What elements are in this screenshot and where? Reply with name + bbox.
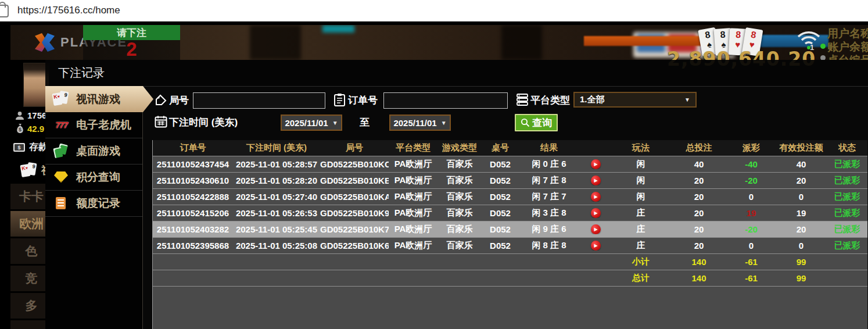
cell-bet-time: 2025-11-01 05:26:53 xyxy=(233,208,320,218)
card-rank: 8 xyxy=(704,30,711,40)
cell-result: 闲 3 庄 8 xyxy=(519,208,579,219)
cell-bet-time: 2025-11-01 05:27:40 xyxy=(233,192,320,202)
cell-payout: 0 xyxy=(728,192,774,202)
cell-game-type: 百家乐 xyxy=(437,240,482,251)
scene-light xyxy=(353,28,516,60)
browser-url-bar: https://175616.cc/home xyxy=(0,0,868,22)
cell-total-bet: 140 xyxy=(670,257,728,267)
query-button[interactable]: 查询 xyxy=(515,114,558,131)
table-row[interactable]: 2511010524152062025-11-01 05:26:53GD0522… xyxy=(153,205,867,221)
cell-total-bet: 20 xyxy=(670,224,728,234)
cell-result: 闲 9 庄 6 xyxy=(519,224,579,235)
chevron-down-icon: ▼ xyxy=(684,96,690,103)
table-row[interactable]: 2511010523958682025-11-01 05:25:08GD0522… xyxy=(153,237,867,253)
play-video-button[interactable]: ▶ xyxy=(591,192,601,202)
platform-filter-label: 平台类型 xyxy=(530,94,570,107)
padlock-icon xyxy=(0,5,9,17)
subtotal-label: 小计 xyxy=(612,256,670,267)
table-header-row: 订单号下注时间 (美东)局号平台类型游戏类型桌号结果玩法总投注派彩有效投注额状态 xyxy=(153,140,867,156)
cell-round-no: GD05225B010K6 xyxy=(320,241,389,251)
chevron-down-icon: ▼ xyxy=(332,120,338,126)
cell-payout: -40 xyxy=(728,159,774,169)
cell-payout: -61 xyxy=(728,257,774,267)
cell-table-no: D052 xyxy=(482,176,519,185)
cell-platform: PA欧洲厅 xyxy=(389,208,437,219)
cell-total-bet: 20 xyxy=(670,241,728,251)
column-header: 玩法 xyxy=(612,142,670,153)
date-to-value: 2025/11/01 xyxy=(393,118,436,128)
round-tag-icon xyxy=(155,94,167,106)
cards-icon: 9K♥ xyxy=(21,163,38,178)
sidebar-item-credit-doc[interactable]: 额度记录 xyxy=(45,191,142,217)
cell-result: 闲 0 庄 6 xyxy=(519,159,579,170)
cell-play-type: 闲 xyxy=(612,159,670,170)
play-video-button[interactable]: ▶ xyxy=(591,241,601,251)
sidebar-item-label: 积分查询 xyxy=(76,170,120,185)
cell-bet-time: 2025-11-01 05:25:45 xyxy=(233,224,320,234)
cell-game-type: 百家乐 xyxy=(437,175,482,186)
cell-valid-bet: 99 xyxy=(774,257,828,267)
cell-order-no: 251101052437454 xyxy=(153,159,233,169)
sidebar-item-label: 额度记录 xyxy=(76,196,120,211)
cell-total-bet: 40 xyxy=(670,159,728,169)
modal-title: 下注记录 xyxy=(45,60,868,87)
date-to-select[interactable]: 2025/11/01 ▼ xyxy=(389,115,451,131)
date-from-select[interactable]: 2025/11/01 ▼ xyxy=(281,115,342,131)
cell-table-no: D052 xyxy=(482,159,519,169)
cell-valid-bet: 19 xyxy=(774,208,828,218)
sidebar-item-video-cards[interactable]: 9K♥视讯游戏 xyxy=(45,86,153,112)
play-video-button[interactable]: ▶ xyxy=(591,224,601,234)
cell-status: 已派彩 xyxy=(828,159,866,170)
cell-bet-time: 2025-11-01 05:25:08 xyxy=(233,241,320,251)
card-rank: 8 xyxy=(750,30,756,40)
deposit-button[interactable]: $ 存款 xyxy=(13,141,48,153)
table-row[interactable]: 2511010524228882025-11-01 05:27:40GD0522… xyxy=(153,188,867,205)
subtotal-row: 小计140-6199 xyxy=(153,253,867,270)
play-video-button[interactable]: ▶ xyxy=(591,176,601,185)
cell-table-no: D052 xyxy=(482,241,519,251)
url-text[interactable]: https://175616.cc/home xyxy=(17,5,120,16)
bet-records-modal: 下注记录 9K♥视讯游戏777电子老虎机桌面游戏积分查询额度记录 局号 订单号 … xyxy=(45,60,868,329)
sidebar-item-points-gem[interactable]: 积分查询 xyxy=(45,164,142,191)
cell-round-no: GD05225B010K9 xyxy=(320,208,389,218)
table-row[interactable]: 2511010524306102025-11-01 05:28:20GD0522… xyxy=(153,172,867,188)
sidebar-item-table-games[interactable]: 桌面游戏 xyxy=(45,138,142,164)
slots-777-icon: 777 xyxy=(53,117,70,133)
sidebar-item-label: 视讯游戏 xyxy=(76,92,120,107)
column-header: 状态 xyxy=(828,142,866,153)
cell-platform: PA欧洲厅 xyxy=(389,240,437,251)
column-header: 游戏类型 xyxy=(437,142,482,153)
cell-valid-bet: 40 xyxy=(774,159,828,169)
play-icon: ▶ xyxy=(594,195,597,199)
cell-status: 已派彩 xyxy=(828,240,866,251)
cell-status: 已派彩 xyxy=(828,224,866,235)
cell-play: ▶ xyxy=(579,159,612,169)
user-balance: 42.9 xyxy=(27,124,44,134)
cell-valid-bet: 20 xyxy=(774,176,828,185)
play-icon: ▶ xyxy=(594,162,597,167)
cell-payout: -20 xyxy=(728,224,774,234)
query-button-label: 查询 xyxy=(532,116,552,130)
cell-valid-bet: 99 xyxy=(774,273,828,283)
order-input[interactable] xyxy=(383,92,508,109)
cell-bet-time: 2025-11-01 05:28:20 xyxy=(233,176,320,185)
scene-glow xyxy=(322,25,354,33)
cell-play: ▶ xyxy=(579,224,612,234)
play-video-button[interactable]: ▶ xyxy=(591,208,601,218)
play-video-button[interactable]: ▶ xyxy=(591,159,601,169)
platform-select[interactable]: 1.全部 ▼ xyxy=(573,92,697,108)
sidebar-item-slots-777[interactable]: 777电子老虎机 xyxy=(45,112,142,138)
bet-records-table: 订单号下注时间 (美东)局号平台类型游戏类型桌号结果玩法总投注派彩有效投注额状态… xyxy=(152,140,867,329)
column-header: 平台类型 xyxy=(389,142,437,153)
column-header: 订单号 xyxy=(153,142,233,153)
column-header: 结果 xyxy=(519,142,579,153)
round-input[interactable] xyxy=(193,92,325,109)
cell-order-no: 251101052395868 xyxy=(153,241,233,251)
cell-game-type: 百家乐 xyxy=(437,208,482,219)
table-row[interactable]: 2511010524374542025-11-01 05:28:57GD0522… xyxy=(153,156,867,172)
column-header: 有效投注额 xyxy=(774,142,828,153)
table-body: 2511010524374542025-11-01 05:28:57GD0522… xyxy=(153,156,867,286)
table-row[interactable]: 2511010524032822025-11-01 05:25:45GD0522… xyxy=(153,221,867,237)
cell-table-no: D052 xyxy=(482,192,519,202)
cell-play-type: 闲 xyxy=(612,191,670,202)
